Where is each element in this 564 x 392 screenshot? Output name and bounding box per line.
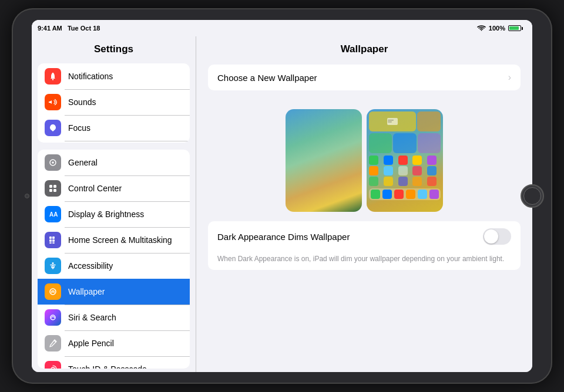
- control-center-label: Control Center: [68, 184, 183, 193]
- svg-rect-12: [52, 239, 55, 242]
- svg-point-0: [52, 79, 53, 80]
- camera-dot: [25, 194, 29, 198]
- accessibility-icon: [45, 258, 61, 274]
- dark-appearance-row: Dark Appearance Dims Wallpaper: [208, 221, 521, 252]
- sidebar-item-accessibility[interactable]: Accessibility: [38, 253, 190, 279]
- sidebar-item-general[interactable]: General: [38, 150, 190, 175]
- focus-icon: [45, 120, 61, 136]
- date: Tue Oct 18: [68, 25, 100, 32]
- general-label: General: [68, 158, 183, 167]
- sounds-label: Sounds: [68, 97, 183, 107]
- choose-wallpaper-row[interactable]: Choose a New Wallpaper ›: [208, 65, 521, 90]
- choose-wallpaper-chevron: ›: [508, 72, 511, 83]
- status-bar: 9:41 AM Tue Oct 18 100%: [32, 20, 532, 36]
- home-screen-label: Home Screen & Multitasking: [68, 235, 183, 245]
- dark-appearance-label: Dark Appearance Dims Wallpaper: [217, 232, 483, 242]
- wallpaper-label: Wallpaper: [68, 287, 183, 296]
- svg-rect-25: [388, 121, 392, 123]
- display-icon: AA: [45, 206, 61, 222]
- choose-wallpaper-label: Choose a New Wallpaper: [217, 73, 508, 83]
- svg-rect-7: [53, 189, 56, 192]
- notifications-icon: [45, 68, 61, 85]
- main-content: Settings Notifications: [32, 36, 532, 372]
- time: 9:41 AM: [38, 25, 62, 32]
- svg-rect-4: [49, 185, 52, 188]
- sidebar-item-screen-time[interactable]: Screen Time: [38, 141, 190, 143]
- dark-appearance-card: Dark Appearance Dims Wallpaper When Dark…: [208, 221, 521, 270]
- display-label: Display & Brightness: [68, 209, 183, 219]
- wallpaper-icon: [45, 283, 61, 300]
- accessibility-label: Accessibility: [68, 261, 183, 271]
- touch-id-icon: [45, 361, 61, 369]
- ipad-frame: 9:41 AM Tue Oct 18 100%: [12, 8, 552, 384]
- home-screen-icon: [45, 232, 61, 248]
- svg-rect-6: [49, 189, 52, 192]
- battery-icon: [508, 25, 523, 31]
- control-center-icon: [45, 180, 61, 197]
- status-right-icons: 100%: [477, 25, 523, 32]
- sidebar-item-notifications[interactable]: Notifications: [38, 63, 190, 89]
- sidebar-item-wallpaper[interactable]: Wallpaper: [38, 279, 190, 305]
- lock-screen-wallpaper-thumb[interactable]: [286, 109, 362, 212]
- apple-pencil-label: Apple Pencil: [68, 339, 183, 348]
- sidebar: Settings Notifications: [32, 36, 196, 372]
- notifications-label: Notifications: [68, 72, 183, 81]
- sidebar-group-1: Notifications Sounds: [38, 63, 190, 143]
- general-icon: [45, 154, 61, 171]
- svg-point-18: [51, 367, 55, 369]
- home-screen-overlay: [369, 111, 441, 209]
- apple-pencil-icon: [45, 335, 61, 352]
- svg-text:AA: AA: [49, 211, 58, 218]
- home-screen-wallpaper-thumb[interactable]: [367, 109, 443, 212]
- touch-id-label: Touch ID & Passcode: [68, 364, 183, 369]
- sounds-icon: [45, 94, 61, 110]
- wifi-icon: [477, 25, 486, 32]
- wallpaper-previews: [208, 97, 521, 221]
- home-button-inner: [523, 187, 541, 205]
- svg-rect-9: [49, 236, 52, 239]
- sidebar-group-2: General Control Center: [38, 150, 190, 369]
- detail-title: Wallpaper: [196, 36, 532, 60]
- sidebar-item-display[interactable]: AA Display & Brightness: [38, 201, 190, 227]
- sidebar-item-siri[interactable]: Siri & Search: [38, 305, 190, 330]
- sidebar-item-sounds[interactable]: Sounds: [38, 89, 190, 115]
- siri-label: Siri & Search: [68, 313, 183, 322]
- home-button[interactable]: [521, 184, 544, 208]
- svg-rect-14: [52, 242, 55, 244]
- siri-icon: [45, 309, 61, 326]
- svg-point-15: [52, 262, 54, 264]
- sidebar-title: Settings: [32, 36, 196, 60]
- dark-appearance-toggle[interactable]: [483, 228, 511, 245]
- sidebar-item-home-screen[interactable]: Home Screen & Multitasking: [38, 227, 190, 253]
- status-time-date: 9:41 AM Tue Oct 18: [38, 25, 100, 32]
- dark-appearance-desc: When Dark Appearance is on, iPad will di…: [208, 252, 521, 270]
- sidebar-item-focus[interactable]: Focus: [38, 115, 190, 141]
- svg-rect-13: [49, 242, 52, 244]
- svg-rect-10: [52, 236, 55, 239]
- sidebar-item-touch-id[interactable]: Touch ID & Passcode: [38, 356, 190, 369]
- detail-panel: Wallpaper Choose a New Wallpaper ›: [196, 36, 532, 372]
- sidebar-item-control-center[interactable]: Control Center: [38, 175, 190, 201]
- detail-body: Choose a New Wallpaper ›: [196, 60, 532, 372]
- choose-wallpaper-card: Choose a New Wallpaper ›: [208, 65, 521, 90]
- svg-rect-5: [53, 185, 56, 188]
- battery-percent: 100%: [489, 25, 505, 32]
- sidebar-item-apple-pencil[interactable]: Apple Pencil: [38, 330, 190, 356]
- focus-label: Focus: [68, 123, 183, 133]
- svg-rect-11: [49, 239, 52, 242]
- svg-point-3: [52, 162, 54, 164]
- svg-rect-24: [388, 120, 394, 121]
- screen: 9:41 AM Tue Oct 18 100%: [32, 20, 532, 372]
